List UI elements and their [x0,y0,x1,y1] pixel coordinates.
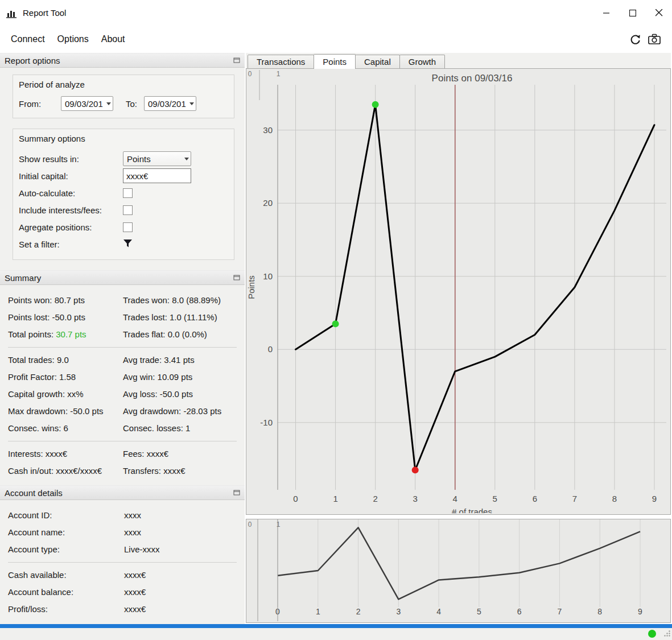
summary-body: Points won: 80.7 pts Trades won: 8.0 (88… [0,285,245,485]
trades-won: Trades won: 8.0 (88.89%) [123,294,237,307]
period-group-label: Period of analyze [19,80,228,89]
svg-text:2: 2 [373,494,377,503]
account-row: Account ID: xxxx [8,507,237,524]
summary-row: Total points: 30.7 pts Trades flat: 0.0 … [8,326,237,343]
svg-text:2: 2 [356,607,361,616]
account-id-value: xxxx [124,509,237,522]
progress-strip [0,624,672,628]
transfers: Transfers: xxxx€ [123,465,237,477]
profit-loss-value: xxxx€ [124,603,237,616]
svg-text:7: 7 [572,494,577,503]
summary-row: Interests: xxxx€ Fees: xxxx€ [8,445,237,463]
svg-text:7: 7 [558,607,562,616]
left-panel: Report options Period of analyze From: 0… [0,53,245,624]
float-icon[interactable] [233,57,240,63]
svg-text:20: 20 [263,198,273,208]
summary-header: Summary [0,270,245,285]
tab-capital[interactable]: Capital [355,55,400,68]
initial-capital-input[interactable] [123,168,191,183]
tabbar: Transactions Points Capital Growth [246,53,671,68]
svg-text:6: 6 [533,494,537,503]
to-label: To: [126,99,137,109]
float-icon[interactable] [233,275,240,280]
menu-options[interactable]: Options [51,32,95,47]
capital-growth: Capital growth: xx% [8,388,123,400]
account-id-label: Account ID: [8,509,124,522]
points-won: Points won: 80.7 pts [8,294,123,307]
cash-available-value: xxxx€ [124,569,237,581]
refresh-icon[interactable] [629,33,641,46]
svg-text:5: 5 [493,494,497,503]
date-to-value: 09/03/201 [148,99,186,109]
account-type-value: Live-xxxx [124,543,237,556]
trades-lost: Trades lost: 1.0 (11.11%) [123,311,237,324]
date-to-dropdown[interactable]: 09/03/201 [144,96,196,111]
date-from-dropdown[interactable]: 09/03/201 [61,96,113,111]
summary-row: Max drawdown: -50.0 pts Avg drawdown: -2… [8,403,237,420]
screenshot-camera-icon[interactable] [648,33,661,46]
account-row: Account name: xxxx [8,524,237,541]
points-chart[interactable]: -1001020300123456789Points on 09/03/16# … [246,68,671,515]
filter-icon[interactable] [123,239,134,249]
maximize-button[interactable] [620,0,646,26]
summary-title: Summary [5,273,41,283]
account-body: Account ID: xxxx Account name: xxxx Acco… [0,500,245,624]
include-interests-label: Include interests/fees: [19,205,123,215]
chart-panel: Transactions Points Capital Growth -1001… [245,53,672,624]
svg-text:9: 9 [652,494,657,503]
svg-text:Points on 09/03/16: Points on 09/03/16 [432,73,513,84]
account-details-title: Account details [5,488,63,498]
svg-text:1: 1 [277,521,281,528]
resize-grip-icon[interactable] [663,629,671,639]
include-interests-checkbox[interactable] [123,205,133,215]
trades-flat: Trades flat: 0.0 (0.0%) [123,328,237,341]
account-row: Profit/loss: xxxx€ [8,601,237,618]
report-options-header: Report options [0,53,245,68]
report-tool-window: Report Tool Connect Options About [0,0,672,640]
max-drawdown: Max drawdown: -50.0 pts [8,405,123,418]
tab-transactions[interactable]: Transactions [248,55,314,68]
menu-connect[interactable]: Connect [5,32,51,47]
profit-factor: Profit Factor: 1.58 [8,371,123,383]
total-points-value: 30.7 pts [56,329,86,339]
show-results-dropdown[interactable]: Points [123,151,191,166]
minimize-button[interactable] [593,0,620,26]
chevron-down-icon [106,102,111,105]
svg-text:10: 10 [263,271,273,281]
aggregate-positions-checkbox[interactable] [123,222,133,232]
show-results-value: Points [127,154,151,164]
interests: Interests: xxxx€ [8,448,123,460]
chart-navigator[interactable]: 012345678901 [246,519,671,623]
account-name-label: Account name: [8,526,124,539]
chevron-down-icon [189,102,194,105]
summary-row: Points won: 80.7 pts Trades won: 8.0 (88… [8,292,237,309]
svg-text:8: 8 [612,494,617,503]
titlebar[interactable]: Report Tool [0,0,672,26]
auto-calculate-checkbox[interactable] [123,188,133,198]
account-type-label: Account type: [8,543,124,556]
summary-options-group: Summary options Show results in: Points … [13,129,234,260]
date-from-value: 09/03/201 [65,99,103,109]
account-balance-label: Account balance: [8,586,124,598]
set-filter-label: Set a filter: [19,240,123,249]
avg-drawdown: Avg drawdown: -28.03 pts [123,405,237,418]
report-options-title: Report options [5,56,60,65]
account-row: Account balance: xxxx€ [8,584,237,601]
summary-row: Profit Factor: 1.58 Avg win: 10.09 pts [8,369,237,386]
tab-growth[interactable]: Growth [399,55,445,68]
float-icon[interactable] [233,490,240,496]
tab-points[interactable]: Points [314,54,356,69]
from-label: From: [19,99,61,109]
svg-text:30: 30 [263,125,273,135]
period-of-analyze-group: Period of analyze From: 09/03/201 To: 09… [13,75,234,118]
divider [8,441,237,441]
menu-about[interactable]: About [95,32,131,47]
svg-text:0: 0 [293,494,298,503]
svg-text:3: 3 [413,494,418,503]
menubar: Connect Options About [0,26,672,53]
close-button[interactable] [646,0,672,26]
window-title: Report Tool [23,8,66,18]
app-icon [6,7,18,19]
summary-options-label: Summary options [19,134,228,143]
aggregate-positions-label: Agregate positions: [19,222,123,232]
